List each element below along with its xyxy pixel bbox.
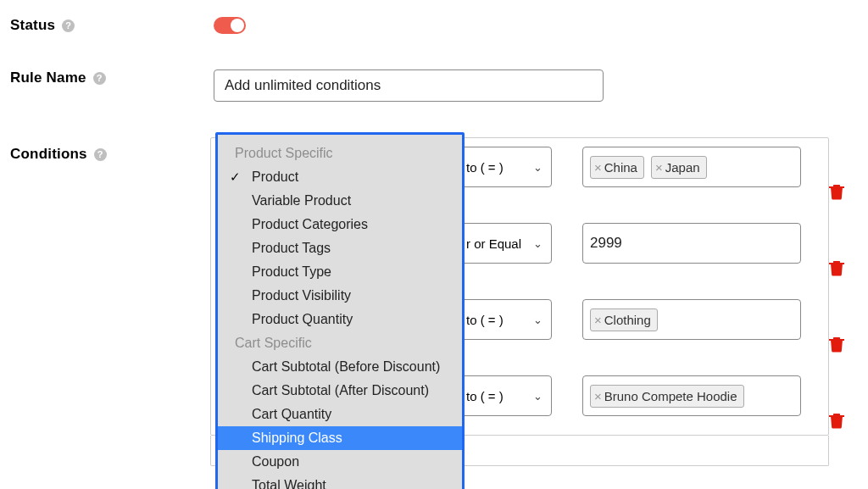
operator-select[interactable]: to ( = )⌄ bbox=[457, 147, 552, 187]
dropdown-group-label: Cart Specific bbox=[218, 331, 462, 355]
value-tag[interactable]: ×Bruno Compete Hoodie bbox=[590, 385, 744, 408]
delete-condition-button[interactable] bbox=[829, 247, 844, 288]
dropdown-item[interactable]: Cart Quantity bbox=[218, 403, 462, 426]
dropdown-item[interactable]: Cart Subtotal (Before Discount) bbox=[218, 355, 462, 379]
remove-tag-icon[interactable]: × bbox=[594, 160, 602, 175]
check-icon: ✓ bbox=[230, 169, 241, 185]
status-toggle[interactable] bbox=[214, 17, 246, 34]
dropdown-item-label: Product Type bbox=[252, 264, 331, 279]
dropdown-item-label: Cart Subtotal (After Discount) bbox=[252, 383, 429, 397]
dropdown-item[interactable]: Product Visibility bbox=[218, 284, 462, 308]
delete-condition-button[interactable] bbox=[829, 324, 844, 364]
trash-icon bbox=[829, 412, 844, 429]
dropdown-item-label: Shipping Class bbox=[252, 431, 342, 445]
tag-label: Bruno Compete Hoodie bbox=[604, 389, 737, 403]
operator-select[interactable]: to ( = )⌄ bbox=[457, 375, 552, 416]
help-icon[interactable]: ? bbox=[62, 19, 75, 32]
dropdown-item[interactable]: Product Tags bbox=[218, 236, 462, 260]
dropdown-item-label: Product Quantity bbox=[252, 312, 353, 326]
operator-label: r or Equal bbox=[466, 236, 521, 251]
rule-name-label: Rule Name ? bbox=[10, 69, 214, 86]
dropdown-item-label: Cart Quantity bbox=[252, 407, 331, 421]
dropdown-item-label: Product Visibility bbox=[252, 288, 351, 303]
dropdown-item-label: Total Weight bbox=[252, 478, 326, 489]
dropdown-item-label: Coupon bbox=[252, 454, 299, 469]
operator-select[interactable]: r or Equal⌄ bbox=[457, 223, 552, 264]
dropdown-item[interactable]: Product Type bbox=[218, 260, 462, 284]
rule-name-row: Rule Name ? bbox=[10, 69, 858, 102]
tag-label: Clothing bbox=[604, 313, 651, 327]
chevron-down-icon: ⌄ bbox=[533, 390, 542, 403]
status-label: Status ? bbox=[10, 17, 214, 34]
value-tag[interactable]: ×China bbox=[590, 156, 644, 179]
dropdown-item-label: Variable Product bbox=[252, 193, 351, 208]
condition-type-dropdown[interactable]: Product Specific✓ProductVariable Product… bbox=[215, 132, 465, 489]
chevron-down-icon: ⌄ bbox=[533, 161, 542, 174]
conditions-row: Conditions ? to ( = )⌄×China×Japanr or E… bbox=[10, 137, 858, 466]
value-input[interactable]: ×China×Japan bbox=[582, 147, 801, 187]
delete-condition-button[interactable] bbox=[829, 400, 844, 441]
dropdown-item[interactable]: Product Quantity bbox=[218, 308, 462, 331]
dropdown-group-label: Product Specific bbox=[218, 142, 462, 165]
help-icon[interactable]: ? bbox=[94, 148, 107, 161]
dropdown-item[interactable]: Product Categories bbox=[218, 213, 462, 236]
operator-label: to ( = ) bbox=[466, 389, 504, 403]
remove-tag-icon[interactable]: × bbox=[655, 160, 663, 175]
operator-label: to ( = ) bbox=[466, 313, 504, 327]
dropdown-item[interactable]: Variable Product bbox=[218, 189, 462, 213]
dropdown-item[interactable]: ✓Product bbox=[218, 165, 462, 189]
conditions-container: to ( = )⌄×China×Japanr or Equal⌄2999to (… bbox=[210, 137, 829, 436]
dropdown-item-label: Product Categories bbox=[252, 217, 368, 231]
chevron-down-icon: ⌄ bbox=[533, 314, 542, 326]
conditions-label: Conditions ? bbox=[10, 137, 210, 163]
dropdown-item-label: Cart Subtotal (Before Discount) bbox=[252, 359, 440, 374]
trash-icon bbox=[829, 259, 844, 276]
value-tag[interactable]: ×Japan bbox=[651, 156, 707, 179]
trash-icon bbox=[829, 336, 844, 353]
value-input[interactable]: ×Bruno Compete Hoodie bbox=[582, 375, 801, 416]
value-tag[interactable]: ×Clothing bbox=[590, 308, 658, 331]
operator-select[interactable]: to ( = )⌄ bbox=[457, 299, 552, 340]
value-text: 2999 bbox=[590, 235, 622, 252]
dropdown-item-label: Product bbox=[252, 169, 298, 184]
remove-tag-icon[interactable]: × bbox=[594, 389, 602, 403]
rule-name-input[interactable] bbox=[214, 69, 604, 102]
value-input[interactable]: ×Clothing bbox=[582, 299, 801, 340]
delete-condition-button[interactable] bbox=[829, 171, 844, 212]
trash-icon bbox=[829, 183, 844, 200]
dropdown-item[interactable]: Total Weight bbox=[218, 474, 462, 489]
dropdown-item[interactable]: Cart Subtotal (After Discount) bbox=[218, 379, 462, 403]
tag-label: China bbox=[604, 160, 637, 175]
dropdown-item[interactable]: Coupon bbox=[218, 450, 462, 474]
status-row: Status ? bbox=[10, 17, 858, 34]
value-input[interactable]: 2999 bbox=[582, 223, 801, 264]
operator-label: to ( = ) bbox=[466, 160, 504, 175]
help-icon[interactable]: ? bbox=[93, 72, 106, 85]
chevron-down-icon: ⌄ bbox=[533, 237, 542, 250]
remove-tag-icon[interactable]: × bbox=[594, 313, 602, 327]
dropdown-item[interactable]: Shipping Class bbox=[218, 426, 462, 450]
dropdown-item-label: Product Tags bbox=[252, 241, 331, 255]
tag-label: Japan bbox=[665, 160, 700, 175]
